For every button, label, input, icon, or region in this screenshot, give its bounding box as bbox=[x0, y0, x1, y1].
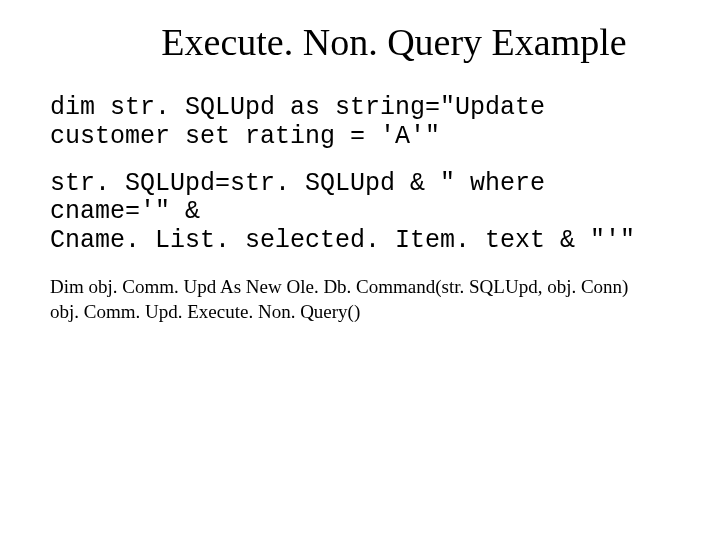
code-block-1: dim str. SQLUpd as string="Update custom… bbox=[50, 94, 670, 152]
code-block-2: str. SQLUpd=str. SQLUpd & " where cname=… bbox=[50, 170, 670, 256]
page-title: Execute. Non. Query Example bbox=[118, 20, 670, 64]
code-line-1: Dim obj. Comm. Upd As New Ole. Db. Comma… bbox=[50, 274, 670, 300]
slide: Execute. Non. Query Example dim str. SQL… bbox=[0, 0, 720, 540]
code-line-2: obj. Comm. Upd. Execute. Non. Query() bbox=[50, 299, 670, 325]
